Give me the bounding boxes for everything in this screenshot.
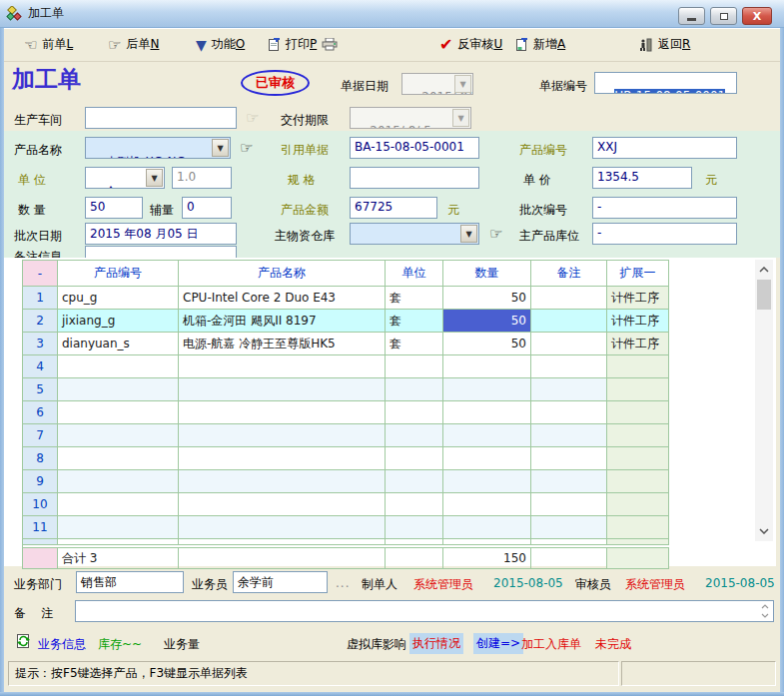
location-label: 主产品库位 <box>519 228 579 245</box>
approved-stamp: 已审核 <box>241 70 310 96</box>
product-code-input[interactable]: XXJ <box>592 137 737 159</box>
return-button[interactable]: 返回R <box>639 36 690 53</box>
vertical-scrollbar[interactable] <box>755 260 773 541</box>
col-header-note: 备注 <box>531 261 607 287</box>
aux-qty-input[interactable]: 0 <box>182 197 232 219</box>
unit-label: 单 位 <box>18 172 46 189</box>
table-row[interactable]: 7 <box>23 424 669 447</box>
audit-date: 2015-08-05 <box>705 576 775 590</box>
remark-input[interactable] <box>75 600 774 622</box>
table-row[interactable]: 10 <box>23 493 669 516</box>
table-row[interactable]: 3 dianyuan_s 电源-航嘉 冷静王至尊版HK5 套 50 计件工序 <box>23 333 669 355</box>
statusbar: 提示：按F5键选择产品，F3键显示单据列表 <box>4 657 780 692</box>
statusbar-tip: 提示：按F5键选择产品，F3键显示单据列表 <box>8 661 619 686</box>
unit-factor-input[interactable]: 1.0 <box>172 167 232 189</box>
down-arrow-icon: ▼ <box>196 38 207 52</box>
printer-icon <box>322 38 338 51</box>
amount-input[interactable]: 67725 <box>350 197 437 219</box>
table-row-selected[interactable]: 2 jixiang_g 机箱-金河田 飓风II 8197 套 50 计件工序 <box>23 310 669 333</box>
warehouse-select[interactable]: ▼ <box>350 223 479 245</box>
table-row[interactable]: 6 <box>23 401 669 424</box>
remark-label: 备 注 <box>14 605 53 622</box>
location-input[interactable]: - <box>592 223 737 245</box>
table-row-partial <box>23 539 669 545</box>
hand-right-icon: ☞ <box>108 38 121 52</box>
price-unit-label: 元 <box>705 172 717 189</box>
salesman-label: 业务员 <box>192 576 228 593</box>
add-new-button[interactable]: 新增A <box>515 36 565 53</box>
chevron-down-icon: ▼ <box>454 75 471 93</box>
salesman-input[interactable]: 余学前 <box>233 571 328 593</box>
lookup-hand-icon[interactable]: ☞ <box>240 139 253 157</box>
spec-input[interactable] <box>350 167 479 189</box>
toolbar: ☜ 前单L ☞ 后单N ▼ 功能O 打印P <box>4 28 780 62</box>
unapprove-button[interactable]: ✔ 反审核U <box>439 36 502 53</box>
virtual-stock-label: 虚拟库影响 <box>347 636 406 653</box>
prev-order-button[interactable]: ☜ 前单L <box>24 36 73 53</box>
more-button[interactable]: ... <box>336 576 350 590</box>
chevron-down-icon: ▼ <box>146 169 163 187</box>
business-volume-link[interactable]: 业务量 <box>164 636 200 653</box>
stock-link[interactable]: 库存~~ <box>98 636 142 653</box>
print-button[interactable]: 打印P <box>268 36 338 53</box>
table-row[interactable]: 8 <box>23 447 669 470</box>
deadline-label: 交付期限 <box>281 112 329 129</box>
close-button[interactable]: X <box>742 7 772 25</box>
minimize-button[interactable] <box>678 7 705 25</box>
maker-date: 2015-08-05 <box>493 576 563 590</box>
unit-select[interactable]: 个▼ <box>85 167 165 189</box>
window-border-right <box>780 28 784 692</box>
inbound-order-link[interactable]: 加工入库单 <box>521 636 581 653</box>
next-order-button[interactable]: ☞ 后单N <box>108 36 159 53</box>
scroll-up-icon[interactable] <box>755 262 773 278</box>
restore-button[interactable] <box>710 7 737 25</box>
scroll-down-icon[interactable] <box>755 523 773 539</box>
bottom-bar: 业务信息 库存~~ 业务量 虚拟库影响 执行情况 创建=> 加工入库单 未完成 <box>4 629 780 657</box>
workshop-label: 生产车间 <box>14 112 62 129</box>
workshop-input[interactable] <box>85 107 237 129</box>
selected-cell[interactable]: 50 <box>443 310 531 333</box>
create-link[interactable]: 创建=> <box>473 633 523 654</box>
table-row[interactable]: 4 <box>23 355 669 378</box>
quantity-input[interactable]: 50 <box>85 197 143 219</box>
doc-number-label: 单据编号 <box>539 78 587 95</box>
auditor-label: 审核员 <box>575 576 611 593</box>
dept-input[interactable]: 销售部 <box>76 571 184 593</box>
batch-date-input[interactable]: 2015 年08 月05 日 <box>85 223 237 245</box>
auditor-name: 系统管理员 <box>625 576 685 593</box>
amount-label: 产品金额 <box>281 202 329 219</box>
table-row[interactable]: 5 <box>23 378 669 401</box>
exec-status-link[interactable]: 执行情况 <box>409 633 463 654</box>
amount-unit-label: 元 <box>447 202 459 219</box>
dept-label: 业务部门 <box>14 576 62 593</box>
table-header-row: - 产品编号 产品名称 单位 数量 备注 扩展一 <box>23 261 669 287</box>
spinner-icon[interactable] <box>758 602 772 620</box>
refresh-doc-icon[interactable] <box>16 633 31 649</box>
col-header-unit: 单位 <box>386 261 443 287</box>
processing-order-window: 加工单 X ☜ 前单L ☞ 后单N ▼ 功能O <box>0 0 784 696</box>
table-row[interactable]: 11 <box>23 516 669 539</box>
doc-date-select[interactable]: 2015/ 8/ 5▼ <box>401 73 473 95</box>
ref-doc-input[interactable]: BA-15-08-05-0001 <box>350 137 479 159</box>
lookup-hand-icon[interactable]: ☞ <box>489 225 502 243</box>
price-label: 单 价 <box>523 172 551 189</box>
doc-number-input[interactable]: HB-15-08-05-0001 <box>594 72 737 94</box>
red-check-icon: ✔ <box>439 38 452 52</box>
scrollbar-thumb[interactable] <box>757 280 771 310</box>
table-row[interactable]: 1 cpu_g CPU-Intel Core 2 Duo E43 套 50 计件… <box>23 287 669 310</box>
window-border-bottom <box>0 692 784 696</box>
table-row[interactable]: 9 <box>23 470 669 493</box>
batch-no-input[interactable]: - <box>592 197 737 219</box>
functions-button[interactable]: ▼ 功能O <box>196 36 245 53</box>
business-info-link[interactable]: 业务信息 <box>38 636 86 653</box>
product-name-label: 产品名称 <box>14 142 62 159</box>
price-input[interactable]: 1354.5 <box>592 167 692 189</box>
col-header-index: - <box>23 261 58 287</box>
product-code-label: 产品编号 <box>519 142 567 159</box>
hand-left-icon: ☜ <box>24 38 37 52</box>
deadline-select[interactable]: 2015/ 8/ 5▼ <box>350 107 471 129</box>
product-name-select[interactable]: 小型机-XG-NG▼ <box>85 137 231 159</box>
items-table: - 产品编号 产品名称 单位 数量 备注 扩展一 1 cpu_g CPU-Int… <box>4 258 776 566</box>
doc-date-label: 单据日期 <box>341 78 389 95</box>
col-header-qty: 数量 <box>443 261 531 287</box>
